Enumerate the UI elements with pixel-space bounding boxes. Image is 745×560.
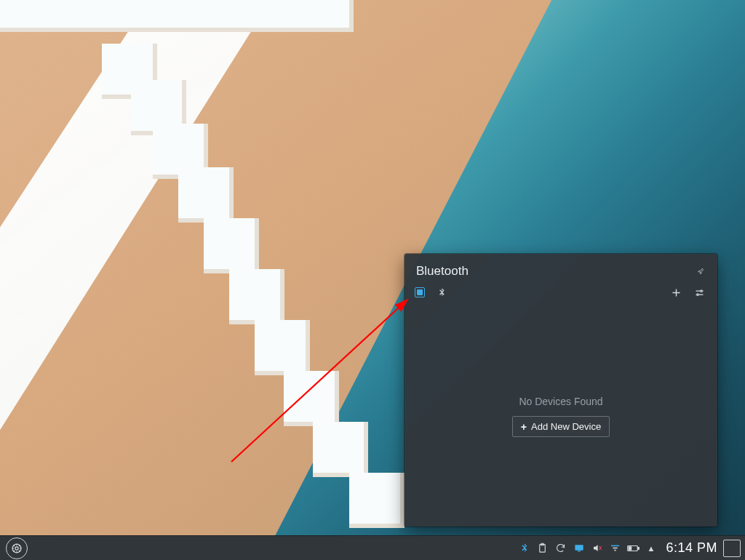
tray-bluetooth-icon[interactable] xyxy=(518,542,531,555)
plasmoid-title: Bluetooth xyxy=(416,264,469,279)
tray-display-icon[interactable] xyxy=(573,542,586,555)
svg-point-0 xyxy=(700,289,702,292)
application-launcher-button[interactable] xyxy=(6,537,28,559)
tray-battery-icon[interactable] xyxy=(627,542,640,555)
show-desktop-button[interactable] xyxy=(723,540,741,557)
svg-point-1 xyxy=(696,293,698,295)
no-devices-label: No Devices Found xyxy=(519,396,602,407)
tray-expand-arrow[interactable]: ▲ xyxy=(648,544,656,553)
svg-point-4 xyxy=(15,546,18,549)
configure-bluetooth-button[interactable] xyxy=(693,286,706,299)
tray-network-icon[interactable] xyxy=(609,542,622,555)
add-device-icon-button[interactable] xyxy=(669,286,682,299)
tray-clipboard-icon[interactable] xyxy=(536,542,549,555)
svg-rect-8 xyxy=(578,551,581,551)
plus-icon: + xyxy=(521,422,527,432)
taskbar-panel: ▲ 6:14 PM xyxy=(0,535,745,560)
svg-rect-7 xyxy=(575,545,583,551)
bluetooth-icon xyxy=(435,286,448,299)
svg-rect-11 xyxy=(629,546,632,549)
bluetooth-plasmoid: Bluetooth No Devices Found + Add New Dev… xyxy=(405,254,717,527)
tray-updates-icon[interactable] xyxy=(554,542,567,555)
svg-rect-10 xyxy=(638,547,639,549)
bluetooth-enable-checkbox[interactable] xyxy=(415,287,425,297)
panel-clock[interactable]: 6:14 PM xyxy=(666,540,717,556)
system-tray: ▲ xyxy=(518,542,658,555)
add-new-device-label: Add New Device xyxy=(531,421,601,432)
tray-volume-muted-icon[interactable] xyxy=(591,542,604,555)
add-new-device-button[interactable]: + Add New Device xyxy=(512,416,610,437)
pin-plasmoid-button[interactable] xyxy=(696,266,706,276)
